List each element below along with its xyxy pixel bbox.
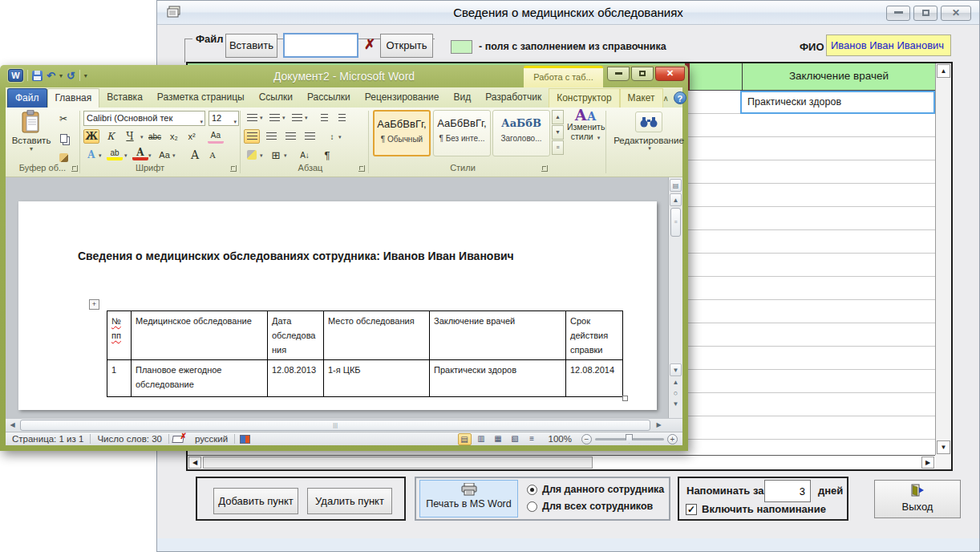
contextual-tab-group[interactable]: Работа с таб... [524,66,603,87]
clear-formatting-icon[interactable]: Аа [208,129,224,144]
tab-references[interactable]: Ссылки [252,88,300,108]
font-color-dropdown-icon[interactable]: ▾ [148,152,152,159]
sort-icon[interactable]: А↓ [297,148,313,162]
scroll-up-icon[interactable]: ▲ [670,193,682,206]
subscript-icon[interactable]: x₂ [166,129,182,144]
radio-on-icon[interactable] [527,485,537,495]
scroll-left-icon[interactable]: ◀ [6,420,18,431]
increase-indent-icon[interactable] [334,111,350,125]
close-button[interactable]: ✕ [941,6,971,21]
collapse-ribbon-icon[interactable]: ∧ [663,94,669,103]
decrease-indent-icon[interactable] [316,111,332,125]
exit-button[interactable]: Выход [874,480,961,518]
insert-button[interactable]: Вставить [225,34,277,58]
selected-cell[interactable]: Практически здоров [740,91,935,114]
tab-file[interactable]: Файл [7,88,47,108]
zoom-slider[interactable] [595,438,664,440]
font-family-combo[interactable]: Calibri (Основной тек▾ [83,111,205,126]
superscript-icon[interactable]: x² [184,129,200,144]
borders-icon[interactable]: ⊞ [268,148,284,162]
shading-dropdown-icon[interactable]: ▾ [260,152,263,159]
cut-icon[interactable]: ✂ [55,112,71,126]
web-layout-view-icon[interactable]: ▦ [492,433,505,445]
scroll-left-icon[interactable]: ◀ [188,457,201,469]
zoom-level[interactable]: 100% [542,434,578,444]
change-case-dropdown-icon[interactable]: ▾ [172,152,176,159]
tab-home[interactable]: Главная [47,88,100,108]
select-browse-object-icon[interactable]: ○ [670,389,682,397]
word-minimize-button[interactable] [607,67,630,81]
grow-font-icon[interactable]: А [187,148,203,162]
clipboard-dialog-launcher-icon[interactable] [71,165,78,172]
zoom-slider-thumb[interactable] [626,434,633,444]
fullscreen-reading-view-icon[interactable]: ▥ [475,433,488,445]
highlight-dropdown-icon[interactable]: ▾ [124,152,128,159]
text-effects-icon[interactable]: А [83,148,99,162]
align-right-icon[interactable] [282,129,298,144]
scrollbar-thumb[interactable] [203,457,593,469]
spellcheck-icon[interactable]: ✗ [172,434,185,444]
numbering-dropdown-icon[interactable]: ▾ [282,115,285,121]
underline-dropdown-icon[interactable]: ▾ [140,134,144,140]
word-maximize-button[interactable] [631,67,654,81]
font-color-icon[interactable]: А [132,148,148,160]
shading-icon[interactable] [244,148,260,162]
align-center-icon[interactable] [263,129,279,144]
radio-current-employee[interactable]: Для данного сотрудника [527,484,664,495]
document-page[interactable]: Сведения о медицинских обследованиях сот… [18,201,657,410]
fio-input[interactable] [826,34,951,56]
language-indicator[interactable]: русский [188,434,234,444]
radio-off-icon[interactable] [527,501,537,512]
clear-file-icon[interactable]: ✗ [362,34,378,56]
delete-item-button[interactable]: Удалить пункт [307,488,392,514]
shrink-font-icon[interactable]: А [205,148,221,162]
scroll-right-icon[interactable]: ▶ [921,457,934,469]
help-icon[interactable]: ? [674,91,686,104]
line-spacing-dropdown-icon[interactable]: ▾ [338,134,342,140]
word-close-button[interactable]: ✕ [655,67,685,81]
tab-page-layout[interactable]: Разметка страницы [150,88,252,108]
styles-gallery-expand-icon[interactable]: ≡ [552,140,564,155]
scrollbar-thumb[interactable]: ≡ [670,208,681,237]
open-button[interactable]: Открыть [380,34,433,58]
align-left-icon[interactable] [244,129,260,144]
paste-button[interactable]: Вставить ▾ [10,110,52,161]
zoom-in-icon[interactable]: + [667,434,678,444]
zoom-out-icon[interactable]: − [581,434,592,444]
paragraph-dialog-launcher-icon[interactable] [358,165,365,172]
minimize-button[interactable] [886,6,910,21]
editing-group-button[interactable]: Редактирование ▾ [609,110,689,152]
paste-dropdown-icon[interactable]: ▾ [10,145,52,152]
ruler-toggle-icon[interactable]: ▤ [670,179,682,192]
add-item-button[interactable]: Добавить пункт [213,488,298,514]
tab-developer[interactable]: Разработчик [478,88,549,108]
tab-view[interactable]: Вид [446,88,478,108]
file-input[interactable] [283,33,358,58]
pilcrow-icon[interactable]: ¶ [319,148,335,162]
style-heading1[interactable]: АаБбВ Заголово... [492,110,550,156]
document-vertical-scrollbar[interactable]: ▤ ▲ ≡ ▼ ▲ ○ ▼ [668,177,682,418]
document-horizontal-scrollbar[interactable]: ◀ ||| ▶ [6,418,682,432]
radio-all-employees[interactable]: Для всех сотрудников [527,501,653,512]
font-size-combo[interactable]: 12▾ [209,111,239,126]
scroll-right-icon[interactable]: ▶ [653,420,665,431]
word-count[interactable]: Число слов: 30 [91,434,168,444]
restore-button[interactable] [913,6,937,21]
outline-view-icon[interactable]: ▧ [508,433,522,445]
tab-review[interactable]: Рецензирование [358,88,447,108]
page-indicator[interactable]: Страница: 1 из 1 [6,434,90,444]
underline-icon[interactable]: Ч [122,129,138,144]
tab-insert[interactable]: Вставка [99,88,150,108]
styles-scroll-up-icon[interactable]: ▲ [552,110,564,124]
scroll-down-icon[interactable]: ▼ [937,440,950,454]
tab-table-layout[interactable]: Макет [620,88,663,108]
style-no-spacing[interactable]: АаБбВвГг, ¶ Без инте... [433,110,491,156]
next-page-icon[interactable]: ▼ [670,400,682,408]
font-dialog-launcher-icon[interactable] [230,165,237,172]
multilevel-dropdown-icon[interactable]: ▾ [305,115,308,121]
remind-days-input[interactable] [764,480,811,502]
table-move-handle-icon[interactable]: + [89,299,99,310]
document-table[interactable]: № пп Медицинское обследование Дата обсле… [107,310,623,397]
previous-page-icon[interactable]: ▲ [670,379,682,386]
print-layout-view-icon[interactable]: ▤ [458,433,472,445]
